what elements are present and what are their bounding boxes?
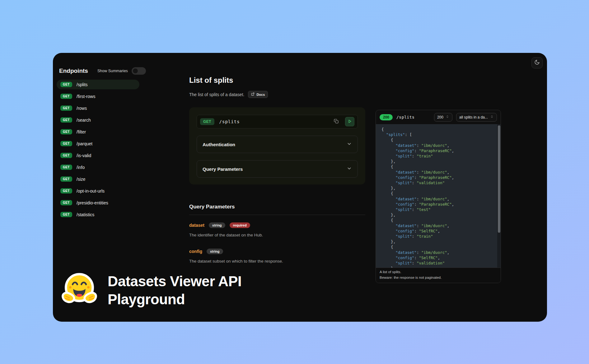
docs-button-label: Docs xyxy=(256,93,265,96)
method-badge: GET xyxy=(60,212,72,217)
endpoint-description: The list of splits of a dataset. xyxy=(189,92,244,97)
request-panel: GET /splits Authentication xyxy=(189,107,365,184)
param-type-badge: string xyxy=(209,222,225,228)
param-dataset: dataset string required xyxy=(189,222,365,228)
app-window: Endpoints Show Summaries GET /splits GET… xyxy=(53,53,547,322)
example-select[interactable]: all splits in a da... xyxy=(456,113,497,122)
sidebar-title: Endpoints xyxy=(59,68,88,74)
up-down-chevrons-icon xyxy=(446,115,449,119)
docs-button[interactable]: Docs xyxy=(248,91,268,98)
toggle-knob xyxy=(133,68,138,74)
method-badge: GET xyxy=(60,82,72,87)
method-badge: GET xyxy=(60,153,72,158)
sidebar-item-filter[interactable]: GET /filter xyxy=(57,127,139,137)
param-name: dataset xyxy=(189,223,204,228)
param-config: config string xyxy=(189,249,365,254)
method-badge: GET xyxy=(60,94,72,99)
method-badge: GET xyxy=(60,165,72,170)
status-badge: 200 xyxy=(380,114,393,120)
status-code-select-value: 200 xyxy=(437,115,443,119)
request-method-badge: GET xyxy=(200,118,214,125)
sidebar-item-first-rows[interactable]: GET /first-rows xyxy=(57,91,139,101)
sidebar-item-is-valid[interactable]: GET /is-valid xyxy=(57,151,139,160)
response-path: /splits xyxy=(396,115,414,119)
main-content: List of splits The list of splits of a d… xyxy=(189,76,367,264)
endpoint-path: /info xyxy=(77,165,85,170)
endpoint-path: /opt-in-out-urls xyxy=(77,189,105,194)
endpoint-path: /size xyxy=(77,177,86,182)
endpoint-path: /parquet xyxy=(77,141,92,146)
page-title: List of splits xyxy=(189,76,367,85)
sidebar-item-splits[interactable]: GET /splits xyxy=(57,80,139,89)
endpoint-path: /first-rows xyxy=(77,94,96,99)
endpoint-path: /statistics xyxy=(77,212,95,217)
sidebar-item-parquet[interactable]: GET /parquet xyxy=(57,139,139,148)
method-badge: GET xyxy=(60,188,72,194)
request-bar: GET /splits xyxy=(197,115,358,128)
endpoint-path: /search xyxy=(77,118,91,123)
response-json: { "splits": [ { "dataset": "ibm/duorc", … xyxy=(381,124,496,268)
external-link-icon xyxy=(251,92,255,96)
endpoint-path: /splits xyxy=(77,82,88,87)
param-description: The identifier of the dataset on the Hub… xyxy=(189,233,365,237)
response-footer: A list of splits. Beware: the response i… xyxy=(376,268,501,283)
authentication-accordion[interactable]: Authentication xyxy=(197,136,358,153)
brand-title-line1: Datasets Viewer API xyxy=(108,272,241,290)
query-parameters-accordion[interactable]: Query Parameters xyxy=(197,160,358,178)
method-badge: GET xyxy=(60,141,72,146)
brand-title-line2: Playground xyxy=(108,290,241,308)
response-header: 200 /splits 200 all splits in a da... xyxy=(376,110,501,124)
sidebar-item-size[interactable]: GET /size xyxy=(57,174,139,184)
param-description: The dataset subset on which to filter th… xyxy=(189,259,365,264)
request-path: /splits xyxy=(219,119,240,124)
param-required-badge: required xyxy=(230,222,250,228)
endpoints-sidebar: Endpoints Show Summaries GET /splits GET… xyxy=(53,53,149,222)
run-request-button[interactable] xyxy=(345,117,354,126)
response-footer-line: Beware: the response is not paginated. xyxy=(380,275,497,281)
endpoint-list: GET /splits GET /first-rows GET /rows GE… xyxy=(53,80,149,219)
accordion-label: Query Parameters xyxy=(203,166,243,172)
method-badge: GET xyxy=(60,105,72,111)
sidebar-item-presidio-entities[interactable]: GET /presidio-entities xyxy=(57,198,139,208)
param-type-badge: string xyxy=(207,249,223,254)
sidebar-item-search[interactable]: GET /search xyxy=(57,115,139,125)
endpoint-path: /filter xyxy=(77,129,86,134)
chevron-down-icon xyxy=(347,166,352,172)
sidebar-item-rows[interactable]: GET /rows xyxy=(57,103,139,113)
method-badge: GET xyxy=(60,117,72,123)
show-summaries-toggle[interactable] xyxy=(132,67,146,75)
show-summaries-label: Show Summaries xyxy=(97,69,128,73)
scrollbar-track[interactable] xyxy=(497,124,501,268)
query-parameters-section: Query Parameters dataset string required… xyxy=(189,204,365,264)
method-badge: GET xyxy=(60,200,72,205)
status-code-select[interactable]: 200 xyxy=(434,113,452,122)
sidebar-item-opt-in-out-urls[interactable]: GET /opt-in-out-urls xyxy=(57,186,139,196)
endpoint-path: /is-valid xyxy=(77,153,91,158)
chevron-down-icon xyxy=(347,141,352,148)
copy-icon xyxy=(334,119,339,125)
scrollbar-thumb[interactable] xyxy=(498,125,500,233)
method-badge: GET xyxy=(60,176,72,182)
play-icon xyxy=(347,119,352,125)
up-down-chevrons-icon xyxy=(490,115,494,119)
divider xyxy=(189,215,365,215)
sidebar-item-info[interactable]: GET /info xyxy=(57,162,139,172)
response-panel: 200 /splits 200 all splits in a da... { … xyxy=(376,110,501,283)
endpoint-path: /presidio-entities xyxy=(77,200,108,205)
param-name: config xyxy=(189,249,202,254)
section-title: Query Parameters xyxy=(189,204,365,210)
sidebar-item-statistics[interactable]: GET /statistics xyxy=(57,210,139,219)
branding: Datasets Viewer API Playground xyxy=(60,271,241,310)
accordion-label: Authentication xyxy=(203,142,235,147)
endpoint-path: /rows xyxy=(77,106,87,111)
moon-icon xyxy=(534,59,540,66)
response-body: { "splits": [ { "dataset": "ibm/duorc", … xyxy=(376,124,501,268)
theme-toggle-button[interactable] xyxy=(531,57,543,68)
method-badge: GET xyxy=(60,129,72,134)
hugging-face-logo xyxy=(60,271,98,310)
example-select-value: all splits in a da... xyxy=(459,115,488,119)
copy-button[interactable] xyxy=(332,117,340,126)
response-footer-line: A list of splits. xyxy=(380,269,497,275)
